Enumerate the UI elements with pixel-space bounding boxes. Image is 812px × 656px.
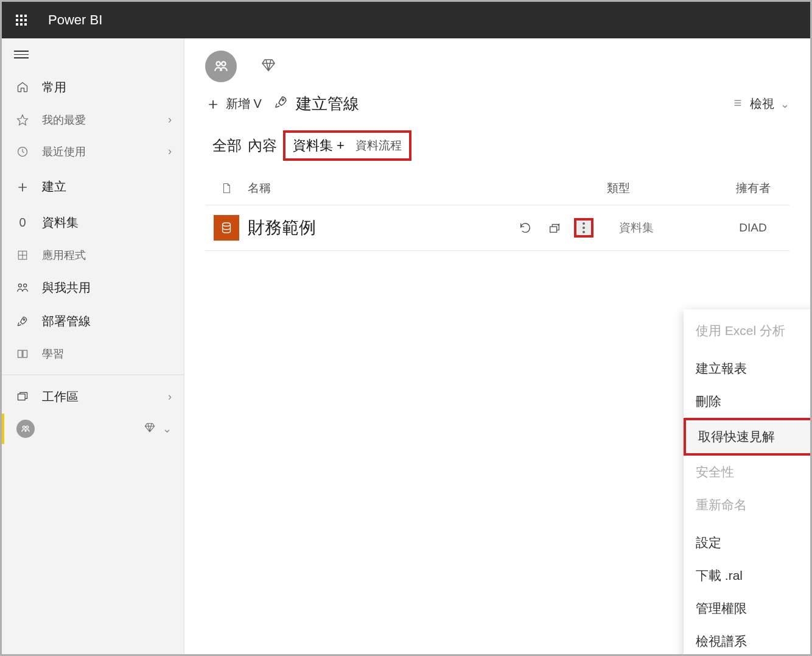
create-pipeline-button[interactable]: 建立管線: [274, 93, 359, 115]
diamond-icon: [144, 422, 155, 436]
top-bar: Power BI: [2, 2, 810, 38]
row-type: 資料集: [607, 220, 716, 236]
app-launcher-icon[interactable]: [7, 5, 36, 35]
sidebar-item-label: 工作區: [42, 389, 168, 405]
sidebar-item-label: 部署管線: [42, 313, 172, 330]
row-owner: DIAD: [716, 221, 789, 235]
menu-delete[interactable]: 刪除: [684, 385, 812, 418]
pipeline-label: 建立管線: [296, 93, 359, 115]
table-row[interactable]: 財務範例 資料集 DIAD: [205, 205, 789, 251]
sidebar-item-label: 最近使用: [42, 144, 168, 159]
svg-point-17: [223, 223, 231, 227]
sidebar-item-datasets[interactable]: 0 資料集: [2, 206, 184, 239]
datasets-icon: 0: [14, 216, 31, 230]
apps-icon: [14, 250, 31, 261]
menu-quick-insights[interactable]: 取得快速見解: [684, 418, 812, 456]
list-icon: [732, 97, 744, 111]
svg-point-9: [23, 426, 25, 428]
sidebar-item-recent[interactable]: 最近使用 ›: [2, 136, 184, 168]
svg-point-11: [216, 62, 220, 66]
menu-security: 安全性: [684, 456, 812, 488]
tab-datasets[interactable]: 資料集 +: [293, 136, 345, 155]
svg-point-5: [18, 284, 21, 287]
sidebar-item-create[interactable]: ＋ 建立: [2, 168, 184, 206]
chevron-right-icon: ›: [168, 145, 172, 158]
sidebar-item-pipelines[interactable]: 部署管線: [2, 305, 184, 338]
hamburger-icon[interactable]: [2, 38, 184, 71]
main-content: ＋ 新增 V 建立管線 檢視 ⌄ 全部 內容 資料集 + 資料流程 名稱: [184, 38, 810, 654]
svg-point-7: [23, 319, 25, 320]
column-icon: [205, 182, 248, 195]
dataset-icon: [214, 215, 239, 241]
chevron-right-icon: ›: [168, 113, 172, 126]
workspace-header-avatar-icon: [205, 51, 237, 82]
home-icon: [14, 81, 31, 93]
chevron-down-icon: ⌄: [163, 422, 172, 436]
workspaces-icon: [14, 390, 31, 403]
plus-icon: ＋: [14, 176, 31, 197]
more-options-button[interactable]: [574, 218, 593, 238]
table-header: 名稱 類型 擁有者: [205, 172, 789, 205]
menu-analyze-excel: 使用 Excel 分析: [684, 314, 812, 347]
view-label: 檢視: [750, 96, 774, 112]
sidebar-item-label: 與我共用: [42, 280, 172, 296]
column-owner[interactable]: 擁有者: [716, 180, 789, 196]
sidebar-item-label: 學習: [42, 347, 172, 361]
schedule-button[interactable]: [545, 218, 564, 238]
menu-view-lineage[interactable]: 檢視譜系: [684, 625, 812, 656]
context-menu: 使用 Excel 分析 建立報表 刪除 取得快速見解 安全性 重新命名 設定 下…: [684, 309, 812, 656]
sidebar-item-favorites[interactable]: 我的最愛 ›: [2, 104, 184, 136]
rocket-icon: [14, 315, 31, 327]
svg-rect-18: [550, 227, 557, 232]
menu-download[interactable]: 下載 .ral: [684, 559, 812, 592]
sidebar-item-home[interactable]: 常用: [2, 71, 184, 104]
row-name: 財務範例: [248, 216, 516, 239]
svg-rect-8: [18, 394, 26, 400]
column-name[interactable]: 名稱: [248, 180, 516, 196]
new-label: 新增 V: [226, 96, 262, 112]
menu-settings[interactable]: 設定: [684, 526, 812, 559]
book-icon: [14, 348, 31, 360]
content-tabs: 全部 內容 資料集 + 資料流程: [205, 130, 789, 161]
chevron-right-icon: ›: [168, 390, 172, 403]
sidebar-item-workspaces[interactable]: 工作區 ›: [2, 380, 184, 414]
svg-point-12: [222, 62, 226, 66]
menu-rename: 重新命名: [684, 488, 812, 521]
sidebar-item-label: 建立: [42, 178, 172, 195]
column-type[interactable]: 類型: [607, 180, 716, 196]
sidebar-item-label: 資料集: [42, 214, 172, 231]
svg-marker-0: [18, 115, 28, 125]
share-icon: [14, 281, 31, 294]
tab-content[interactable]: 內容: [248, 132, 277, 159]
plus-icon: ＋: [205, 93, 221, 115]
svg-point-6: [24, 284, 27, 287]
premium-diamond-icon: [261, 58, 276, 75]
tab-datasets-highlight: 資料集 + 資料流程: [283, 130, 411, 161]
view-button[interactable]: 檢視 ⌄: [732, 96, 789, 112]
clock-icon: [14, 146, 31, 158]
sidebar-item-shared[interactable]: 與我共用: [2, 271, 184, 305]
sidebar-item-label: 常用: [42, 79, 172, 96]
sidebar-item-label: 我的最愛: [42, 113, 168, 127]
current-workspace[interactable]: ⌄: [2, 414, 184, 444]
menu-create-report[interactable]: 建立報表: [684, 352, 812, 385]
svg-point-10: [26, 426, 29, 428]
workspace-avatar-icon: [16, 420, 35, 438]
tab-all[interactable]: 全部: [212, 132, 242, 159]
refresh-button[interactable]: [516, 218, 535, 238]
sidebar-item-apps[interactable]: 應用程式: [2, 239, 184, 271]
rocket-icon: [274, 94, 289, 113]
new-button[interactable]: ＋ 新增 V: [205, 93, 262, 115]
tab-dataflows[interactable]: 資料流程: [355, 138, 402, 153]
sidebar-item-label: 應用程式: [42, 248, 172, 263]
sidebar: 常用 我的最愛 › 最近使用 › ＋ 建立 0 資料集 應用程式 與我共用: [2, 38, 184, 654]
divider: [2, 375, 184, 375]
menu-manage-permissions[interactable]: 管理權限: [684, 592, 812, 625]
brand-label: Power BI: [48, 12, 102, 28]
star-icon: [14, 114, 31, 126]
svg-point-13: [282, 99, 284, 101]
more-icon: [583, 222, 585, 233]
sidebar-item-learn[interactable]: 學習: [2, 338, 184, 370]
chevron-down-icon: ⌄: [780, 97, 789, 111]
